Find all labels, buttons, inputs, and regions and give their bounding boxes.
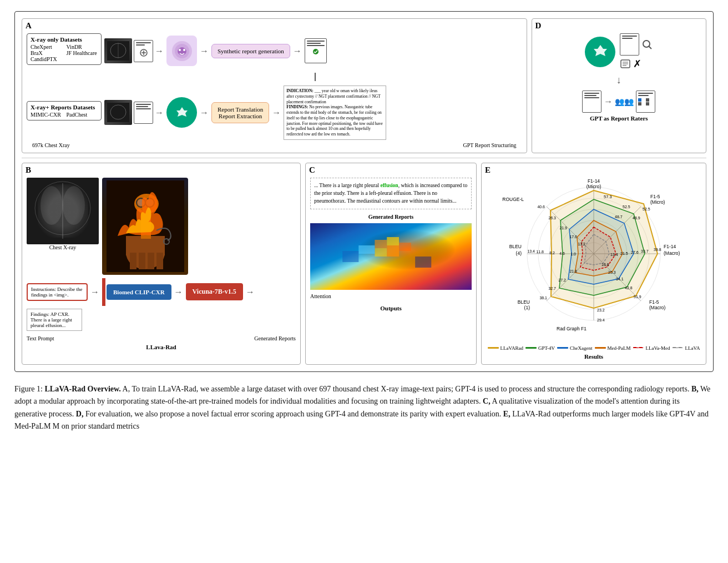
text-report-box: ... There is a large right pleural effus… <box>310 178 472 209</box>
people-icons: 👥👥 <box>615 97 634 107</box>
svg-text:BLEU: BLEU <box>518 299 530 305</box>
svg-text:25.3: 25.3 <box>608 270 616 274</box>
panel-b: B <box>22 163 301 365</box>
arrow-4: → <box>155 108 164 118</box>
icons-row2: ✗ <box>620 58 653 70</box>
panel-c-content: ... There is a large right pleural effus… <box>310 178 472 311</box>
doc-icon-bottom <box>134 102 153 124</box>
images-row: Chest X-ray <box>27 178 188 275</box>
radar-grid: F1-14 (Micro) 57.3 52.5 48.7 F1-5 (Micro… <box>502 178 680 331</box>
trans-box: Report Translation Report Extraction <box>211 102 269 123</box>
gen-reports-label-b: Generated Reports <box>254 335 296 341</box>
svg-text:21.5: 21.5 <box>620 252 628 255</box>
trans-label1: Report Translation <box>218 106 263 113</box>
svg-rect-48 <box>342 251 358 262</box>
ai-icon-top <box>166 36 197 66</box>
arrow-b2: → <box>174 287 183 297</box>
xray-icon-bottom <box>104 100 132 125</box>
svg-text:17.6: 17.6 <box>569 235 577 239</box>
svg-text:(Macro): (Macro) <box>649 305 665 310</box>
svg-point-9 <box>183 49 185 51</box>
attention-label: Attention <box>310 293 331 299</box>
svg-rect-31 <box>148 253 154 269</box>
svg-text:23.2: 23.2 <box>597 308 605 312</box>
findings-text: Findings: AP CXR. There is a large right… <box>31 311 72 328</box>
svg-text:32.7: 32.7 <box>548 286 556 290</box>
svg-point-8 <box>179 49 181 51</box>
xray-flow-top: → <box>104 38 164 63</box>
clip-label: Biomed CLIP-CXR <box>113 289 165 295</box>
svg-text:39.8: 39.8 <box>654 248 661 252</box>
search-icon-d <box>641 39 653 50</box>
page-wrapper: A X-ray only Datasets CheXpert VinDR Bra… <box>14 11 714 433</box>
svg-text:BLEU: BLEU <box>509 244 522 249</box>
svg-text:27.2: 27.2 <box>558 278 566 282</box>
panel-e-bottom-label: Results <box>486 353 701 360</box>
svg-text:(1): (1) <box>524 305 530 310</box>
gpt-icon <box>166 97 197 128</box>
panel-b-images: Chest X-ray <box>27 178 188 275</box>
arrow-5: → <box>200 108 209 118</box>
svg-line-16 <box>649 46 651 49</box>
caption-figure-num: Figure 1: <box>14 385 43 393</box>
red-bar <box>102 278 105 306</box>
legend-llava: LLaVA <box>673 345 700 351</box>
vicuna-label: Vicuna-7B-v1.5 <box>193 288 236 295</box>
dataset-item: JF Healthcare <box>67 50 98 56</box>
panel-c-bottom-labels: Attention <box>310 293 472 299</box>
legend-color-llava <box>673 347 684 349</box>
figure-caption: Figure 1: LLaVA-Rad Overview. A, To trai… <box>14 383 714 433</box>
svg-point-24 <box>63 186 85 225</box>
chest-xray-col: Chest X-ray <box>27 178 99 275</box>
model-flow-row: Instructions: Describe the findings in <… <box>27 278 296 331</box>
svg-text:1.0: 1.0 <box>570 252 576 256</box>
xray-flow-bottom: → <box>104 100 164 125</box>
instruction-text: Instructions: Describe the findings in <… <box>31 286 82 298</box>
panel-b-sub-labels: Text Prompt Generated Reports <box>27 335 296 341</box>
caption-part-d: For evaluation, we also propose a novel … <box>85 410 501 418</box>
vertical-arrow <box>109 73 522 81</box>
clip-box: Biomed CLIP-CXR <box>107 284 171 300</box>
legend-gpt4v: GPT-4V <box>525 345 555 351</box>
svg-text:(Macro): (Macro) <box>664 250 680 256</box>
arrow-6: → <box>272 108 281 118</box>
panel-a-label: A <box>26 21 32 31</box>
text-prompt-label: Text Prompt <box>27 335 54 341</box>
legend-label-llavarad: LLaVARad <box>501 345 523 351</box>
dataset-xray-title: X-ray only Datasets <box>31 36 98 43</box>
svg-text:(Micro): (Micro) <box>587 184 601 189</box>
top-row: A X-ray only Datasets CheXpert VinDR Bra… <box>22 18 706 158</box>
svg-rect-30 <box>139 253 145 269</box>
chest-xray-label: Chest X-ray <box>49 244 77 250</box>
svg-rect-43 <box>387 237 399 245</box>
panel-d-bottom-label: GPT as Report Raters <box>590 115 648 122</box>
svg-rect-46 <box>387 245 399 257</box>
svg-text:Rad Graph F1: Rad Graph F1 <box>557 326 587 331</box>
arrow-1: → <box>155 46 164 56</box>
svg-text:ROUGE-L: ROUGE-L <box>502 197 524 202</box>
bottom-row: B <box>22 163 706 365</box>
svg-text:F1-14: F1-14 <box>588 178 600 184</box>
svg-text:48.7: 48.7 <box>615 215 623 219</box>
vicuna-box: Vicuna-7B-v1.5 <box>186 283 243 300</box>
dataset-item: CheXpert <box>31 44 62 50</box>
svg-text:F1-14: F1-14 <box>664 244 676 249</box>
flow-line-top: X-ray only Datasets CheXpert VinDR BraX … <box>27 33 522 68</box>
doc-icon-top <box>134 40 153 62</box>
multiply-icon-d: ✗ <box>633 58 641 70</box>
svg-text:57.3: 57.3 <box>604 194 612 199</box>
instruction-box: Instructions: Describe the findings in <… <box>27 283 88 301</box>
dataset-reports-title: X-ray+ Reports Datasets <box>31 104 98 110</box>
panel-a: A X-ray only Datasets CheXpert VinDR Bra… <box>22 18 527 153</box>
synth-label: Synthetic report generation <box>218 48 284 54</box>
xray-icon-top <box>104 38 132 63</box>
findings-box: Findings: AP CXR. There is a large right… <box>27 309 82 331</box>
chest-xray-image <box>27 178 99 244</box>
people-grid: 👥👥 <box>615 97 634 107</box>
legend-llavarad: LLaVARad <box>488 345 523 351</box>
svg-text:F1-5: F1-5 <box>650 194 660 199</box>
arrow-d-down: ↓ <box>616 74 621 86</box>
generated-reports-label: Generated Reports <box>310 214 472 220</box>
heatmap-container <box>310 223 472 290</box>
panel-d-label: D <box>535 21 542 31</box>
